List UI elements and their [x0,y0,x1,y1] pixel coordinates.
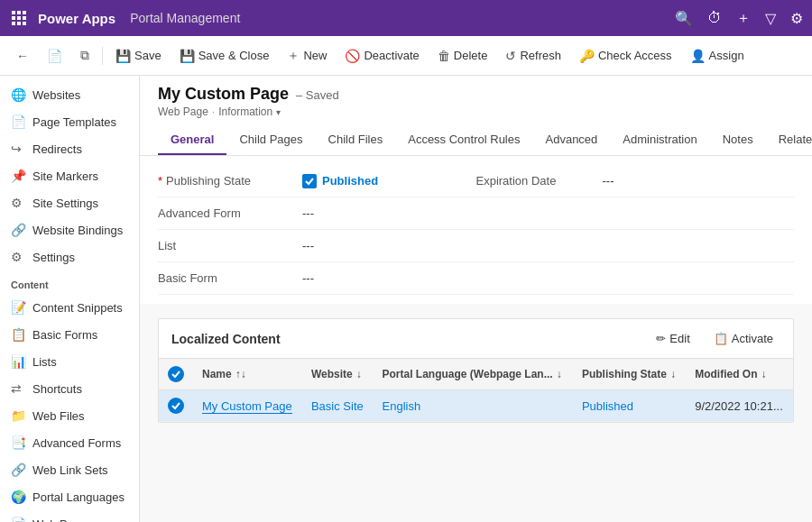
list-row: List --- [158,230,794,262]
chevron-down-icon[interactable]: ▾ [276,107,281,117]
settings-sidebar-icon: ⚙ [11,250,25,264]
sidebar-item-shortcuts[interactable]: ⇄ Shortcuts [0,375,139,402]
grid-icon[interactable] [9,8,29,28]
sidebar-item-content-snippets[interactable]: 📝 Content Snippets [0,294,139,321]
sidebar-item-web-link-sets[interactable]: 🔗 Web Link Sets [0,456,139,483]
delete-icon: 🗑 [438,49,450,63]
record-type: Web Page [158,105,208,118]
back-icon: ← [16,49,29,63]
publishing-state-column-header[interactable]: Publishing State↓ [573,359,686,390]
row-language-cell[interactable]: English [374,390,573,422]
sidebar-item-redirects[interactable]: ↪ Redirects [0,135,139,162]
window-button[interactable]: ⧉ [73,43,97,68]
list-label: List [158,239,302,252]
publishing-state-row: *Publishing State Published Expiration D… [158,165,794,197]
sidebar-item-portal-languages[interactable]: 🌍 Portal Languages [0,483,139,510]
save-close-button[interactable]: 💾 Save & Close [172,44,277,68]
tab-access-control-rules[interactable]: Access Control Rules [395,125,532,155]
sidebar-item-settings[interactable]: ⚙ Settings [0,243,139,270]
new-button[interactable]: ＋ New [280,43,334,69]
delete-button[interactable]: 🗑 Delete [430,44,495,68]
edit-icon: ✏ [656,332,666,345]
record-title: My Custom Page [158,85,289,104]
search-icon[interactable]: 🔍 [675,10,693,27]
row-publishing-state-link[interactable]: Published [582,399,633,413]
shortcuts-icon: ⇄ [11,381,25,396]
name-column-header[interactable]: Name↑↓ [193,359,302,390]
page-view-button[interactable]: 📄 [40,44,69,68]
sidebar-item-site-markers[interactable]: 📌 Site Markers [0,162,139,189]
record-view: Information [218,105,272,118]
sidebar-item-web-pages[interactable]: 📄 Web Pages [0,510,139,522]
form-section: *Publishing State Published Expiration D… [158,156,794,304]
sidebar-item-site-settings[interactable]: ⚙ Site Settings [0,189,139,216]
svg-rect-6 [12,22,15,25]
window-icon: ⧉ [80,48,89,63]
save-button[interactable]: 💾 Save [108,44,169,68]
row-checkbox[interactable] [168,398,184,414]
sidebar-item-page-templates[interactable]: 📄 Page Templates [0,108,139,135]
site-settings-icon: ⚙ [11,196,25,210]
back-button[interactable]: ← [9,44,36,68]
table-header-row: Name↑↓ Website↓ Portal Language (Webpage… [159,359,793,390]
page-icon: 📄 [47,49,62,63]
deactivate-icon: 🚫 [345,49,360,63]
refresh-button[interactable]: ↺ Refresh [498,44,568,68]
tab-general[interactable]: General [158,125,226,155]
row-modified-on-cell: 9/2/2022 10:21... [686,390,793,422]
tab-administration[interactable]: Administration [610,125,709,155]
settings-icon[interactable]: ⚙ [790,10,803,27]
modified-on-column-header[interactable]: Modified On↓ [686,359,793,390]
page-templates-icon: 📄 [11,114,25,129]
web-link-sets-icon: 🔗 [11,462,25,477]
plus-icon[interactable]: ＋ [736,9,751,28]
svg-rect-0 [12,11,15,14]
row-website-cell[interactable]: Basic Site [302,390,374,422]
filter-icon[interactable]: ▽ [765,10,776,27]
sidebar-item-websites[interactable]: 🌐 Websites [0,81,139,108]
website-sort-icon: ↓ [356,368,362,380]
check-access-icon: 🔑 [579,49,595,63]
sidebar-item-web-files[interactable]: 📁 Web Files [0,402,139,429]
expiration-date-value: --- [603,174,614,188]
sidebar-item-website-bindings[interactable]: 🔗 Website Bindings [0,216,139,243]
portal-language-column-header[interactable]: Portal Language (Webpage Lan...↓ [374,359,573,390]
row-name-link[interactable]: My Custom Page [202,399,292,414]
localized-actions: ✏ Edit 📋 Activate [649,328,780,349]
website-column-header[interactable]: Website↓ [302,359,374,390]
published-icon [302,174,317,188]
publishing-state-label: *Publishing State [158,174,302,188]
row-name-cell[interactable]: My Custom Page [193,390,302,422]
name-sort-icon: ↑↓ [235,368,246,380]
check-access-button[interactable]: 🔑 Check Access [572,44,679,68]
row-publishing-state-cell[interactable]: Published [573,390,686,422]
sidebar-item-basic-forms[interactable]: 📋 Basic Forms [0,321,139,348]
modified-sort-icon: ↓ [761,368,767,380]
localized-content-section: Localized Content ✏ Edit 📋 Activate [158,318,794,423]
tab-related[interactable]: Related [766,125,812,155]
row-checkbox-cell[interactable] [159,390,193,422]
select-all-checkbox[interactable] [168,366,184,382]
row-website-link[interactable]: Basic Site [311,399,364,413]
sidebar-item-lists[interactable]: 📊 Lists [0,348,139,375]
advanced-form-row: Advanced Form --- [158,197,794,230]
tab-child-pages[interactable]: Child Pages [226,125,315,155]
tab-advanced[interactable]: Advanced [533,125,611,155]
tab-notes[interactable]: Notes [710,125,766,155]
localized-table: Name↑↓ Website↓ Portal Language (Webpage… [159,359,793,422]
edit-button[interactable]: ✏ Edit [649,328,697,349]
row-language-link[interactable]: English [383,399,421,413]
refresh-icon: ↺ [505,49,516,63]
tab-child-files[interactable]: Child Files [316,125,396,155]
separator [102,47,103,65]
basic-form-label: Basic Form [158,271,302,285]
sidebar-item-advanced-forms[interactable]: 📑 Advanced Forms [0,429,139,456]
form-body: *Publishing State Published Expiration D… [140,156,812,304]
assign-button[interactable]: 👤 Assign [683,44,752,68]
select-all-header[interactable] [159,359,193,390]
portal-languages-icon: 🌍 [11,490,25,504]
svg-rect-7 [17,22,21,25]
deactivate-button[interactable]: 🚫 Deactivate [337,44,426,68]
time-icon[interactable]: ⏱ [707,10,722,26]
activate-button[interactable]: 📋 Activate [706,328,780,349]
